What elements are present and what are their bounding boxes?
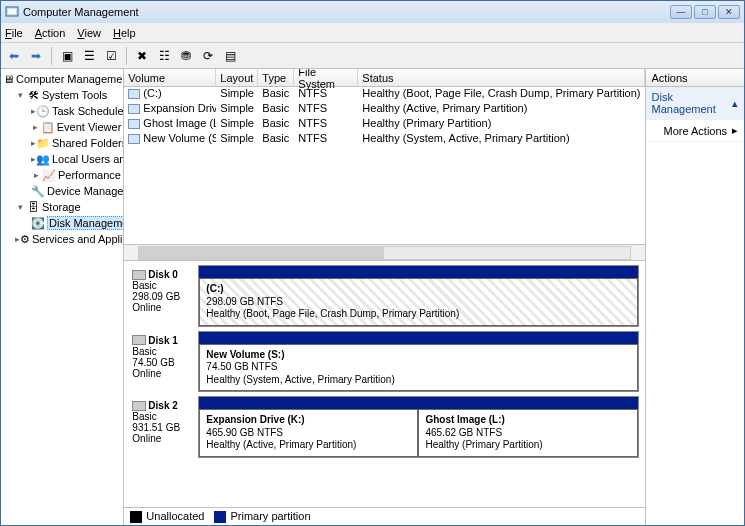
disk-icon [132, 335, 146, 345]
volume-status: Healthy (Boot, Page File, Crash Dump, Pr… [358, 87, 644, 102]
partition[interactable]: (C:)298.09 GB NTFSHealthy (Boot, Page Fi… [199, 278, 637, 326]
drive-icon[interactable]: ⛃ [177, 47, 195, 65]
list-icon[interactable]: ▤ [221, 47, 239, 65]
volume-layout: Simple [216, 117, 258, 132]
back-button[interactable]: ⬅ [5, 47, 23, 65]
up-button[interactable]: ▣ [58, 47, 76, 65]
legend: Unallocated Primary partition [124, 507, 644, 525]
partition-status: Healthy (Boot, Page File, Crash Dump, Pr… [206, 308, 630, 321]
tree-root[interactable]: 🖥Computer Management (Local) [3, 71, 121, 87]
col-status[interactable]: Status [358, 69, 644, 86]
collapse-icon: ▴ [732, 97, 738, 110]
disk-icon [132, 270, 146, 280]
volume-fs: NTFS [294, 87, 358, 102]
volume-row[interactable]: Ghost Image (L:)SimpleBasicNTFSHealthy (… [124, 117, 644, 132]
disk-header-bar [199, 266, 637, 278]
partition[interactable]: Ghost Image (L:)465.62 GB NTFSHealthy (P… [418, 409, 637, 457]
tree-services-apps[interactable]: ▸⚙Services and Applications [3, 231, 121, 247]
partition-name: Ghost Image (L:) [425, 414, 630, 427]
disk-layout: Expansion Drive (K:)465.90 GB NTFSHealth… [198, 396, 638, 458]
tree-event-viewer[interactable]: ▸📋Event Viewer [3, 119, 121, 135]
actions-header: Actions [646, 69, 745, 87]
disk-state: Online [132, 302, 196, 313]
center-panel: Volume Layout Type File System Status (C… [124, 69, 645, 525]
titlebar[interactable]: Computer Management — □ ✕ [1, 1, 744, 23]
disk-row[interactable]: Disk 0Basic298.09 GBOnline(C:)298.09 GB … [130, 265, 638, 327]
disk-header-bar [199, 397, 637, 409]
list-hscroll[interactable] [124, 244, 644, 260]
tree-shared-folders[interactable]: ▸📁Shared Folders [3, 135, 121, 151]
maximize-button[interactable]: □ [694, 5, 716, 19]
volume-icon [128, 104, 140, 114]
disk-row[interactable]: Disk 2Basic931.51 GBOnlineExpansion Driv… [130, 396, 638, 458]
volume-list-header[interactable]: Volume Layout Type File System Status [124, 69, 644, 87]
volume-name: Expansion Drive (K:) [143, 102, 216, 114]
menubar: File Action View Help [1, 23, 744, 43]
disk-info: Disk 2Basic931.51 GBOnline [130, 396, 198, 458]
menu-help[interactable]: Help [113, 27, 136, 39]
disk-type: Basic [132, 411, 196, 422]
menu-action[interactable]: Action [35, 27, 66, 39]
volume-name: Ghost Image (L:) [143, 117, 216, 129]
volume-icon [128, 89, 140, 99]
disk-info: Disk 1Basic74.50 GBOnline [130, 331, 198, 393]
volume-fs: NTFS [294, 132, 358, 147]
toolbar: ⬅ ➡ ▣ ☰ ☑ ✖ ☷ ⛃ ⟳ ▤ [1, 43, 744, 69]
disk-graphical-view[interactable]: Disk 0Basic298.09 GBOnline(C:)298.09 GB … [124, 261, 644, 507]
tree-storage[interactable]: ▾🗄Storage [3, 199, 121, 215]
volume-type: Basic [258, 132, 294, 147]
properties-button[interactable]: ☑ [102, 47, 120, 65]
volume-name: (C:) [143, 87, 161, 99]
tree-task-scheduler[interactable]: ▸🕒Task Scheduler [3, 103, 121, 119]
disk-state: Online [132, 433, 196, 444]
actions-more[interactable]: More Actions▸ [646, 120, 745, 142]
settings-icon[interactable]: ☷ [155, 47, 173, 65]
volume-status: Healthy (Active, Primary Partition) [358, 102, 644, 117]
refresh-icon[interactable]: ⟳ [199, 47, 217, 65]
volume-row[interactable]: (C:)SimpleBasicNTFSHealthy (Boot, Page F… [124, 87, 644, 102]
window-title: Computer Management [23, 6, 670, 18]
actions-pane: Actions Disk Management▴ More Actions▸ [646, 69, 745, 525]
delete-icon[interactable]: ✖ [133, 47, 151, 65]
minimize-button[interactable]: — [670, 5, 692, 19]
partition-status: Healthy (System, Active, Primary Partiti… [206, 374, 630, 387]
partition-size: 465.90 GB NTFS [206, 427, 411, 440]
volume-row[interactable]: Expansion Drive (K:)SimpleBasicNTFSHealt… [124, 102, 644, 117]
volume-name: New Volume (S:) [143, 132, 216, 144]
disk-info: Disk 0Basic298.09 GBOnline [130, 265, 198, 327]
legend-unallocated-swatch [130, 511, 142, 523]
tree-device-manager[interactable]: 🔧Device Manager [3, 183, 121, 199]
volume-list[interactable]: Volume Layout Type File System Status (C… [124, 69, 644, 261]
tree-local-users[interactable]: ▸👥Local Users and Groups [3, 151, 121, 167]
show-hide-button[interactable]: ☰ [80, 47, 98, 65]
app-window: Computer Management — □ ✕ File Action Vi… [0, 0, 745, 526]
tree-performance[interactable]: ▸📈Performance [3, 167, 121, 183]
legend-unallocated: Unallocated [146, 510, 204, 522]
menu-view[interactable]: View [77, 27, 101, 39]
tree-disk-management[interactable]: 💽Disk Management [3, 215, 121, 231]
volume-type: Basic [258, 102, 294, 117]
partition-status: Healthy (Primary Partition) [425, 439, 630, 452]
disk-state: Online [132, 368, 196, 379]
nav-tree[interactable]: 🖥Computer Management (Local) ▾🛠System To… [1, 69, 124, 525]
forward-button[interactable]: ➡ [27, 47, 45, 65]
disk-layout: New Volume (S:)74.50 GB NTFSHealthy (Sys… [198, 331, 638, 393]
col-type[interactable]: Type [258, 69, 294, 86]
col-filesystem[interactable]: File System [294, 69, 358, 86]
actions-section[interactable]: Disk Management▴ [646, 87, 745, 120]
col-volume[interactable]: Volume [124, 69, 216, 86]
volume-status: Healthy (Primary Partition) [358, 117, 644, 132]
partition-name: New Volume (S:) [206, 349, 630, 362]
partition[interactable]: Expansion Drive (K:)465.90 GB NTFSHealth… [199, 409, 418, 457]
col-layout[interactable]: Layout [216, 69, 258, 86]
volume-icon [128, 119, 140, 129]
disk-row[interactable]: Disk 1Basic74.50 GBOnlineNew Volume (S:)… [130, 331, 638, 393]
tree-system-tools[interactable]: ▾🛠System Tools [3, 87, 121, 103]
volume-row[interactable]: New Volume (S:)SimpleBasicNTFSHealthy (S… [124, 132, 644, 147]
menu-file[interactable]: File [5, 27, 23, 39]
close-button[interactable]: ✕ [718, 5, 740, 19]
volume-status: Healthy (System, Active, Primary Partiti… [358, 132, 644, 147]
chevron-right-icon: ▸ [732, 124, 738, 137]
partition[interactable]: New Volume (S:)74.50 GB NTFSHealthy (Sys… [199, 344, 637, 392]
disk-title: Disk 2 [148, 400, 177, 411]
